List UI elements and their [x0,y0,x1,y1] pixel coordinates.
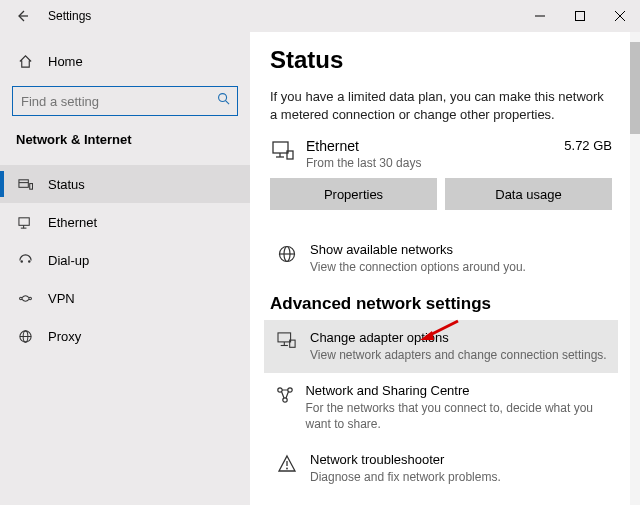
sidebar: Home Network & Internet Status Ethernet [0,32,250,505]
sidebar-item-dialup[interactable]: Dial-up [0,241,250,279]
sharing-icon [274,385,295,405]
sidebar-home-label: Home [48,54,83,69]
vpn-icon [16,292,34,305]
dialup-icon [16,253,34,268]
svg-rect-24 [278,332,291,341]
page-description: If you have a limited data plan, you can… [270,88,612,124]
advanced-heading: Advanced network settings [270,294,612,314]
sidebar-item-status[interactable]: Status [0,165,250,203]
item-sub: For the networks that you connect to, de… [305,400,608,432]
troubleshoot-icon [274,454,300,474]
sidebar-item-ethernet[interactable]: Ethernet [0,203,250,241]
sidebar-item-vpn[interactable]: VPN [0,279,250,317]
item-sub: View the connection options around you. [310,259,526,275]
item-title: Show available networks [310,242,526,257]
monitor-icon [270,141,296,161]
close-button[interactable] [600,0,640,32]
minimize-button[interactable] [520,0,560,32]
svg-point-10 [20,260,22,262]
sidebar-item-label: Status [48,177,85,192]
network-sharing-centre[interactable]: Network and Sharing Centre For the netwo… [270,373,612,442]
maximize-icon [575,11,585,21]
svg-rect-6 [29,183,32,189]
item-sub: Diagnose and fix network problems. [310,469,501,485]
svg-point-32 [286,468,288,470]
item-title: Network and Sharing Centre [305,383,608,398]
show-available-networks[interactable]: Show available networks View the connect… [270,232,612,285]
home-icon [16,54,34,69]
sidebar-item-label: VPN [48,291,75,306]
ethernet-data-size: 5.72 GB [564,138,612,153]
arrow-left-icon [15,9,29,23]
svg-rect-17 [273,142,288,153]
content-pane: Status If you have a limited data plan, … [250,32,640,505]
ethernet-icon [16,215,34,230]
item-title: Change adapter options [310,330,607,345]
sidebar-item-proxy[interactable]: Proxy [0,317,250,355]
svg-point-11 [28,260,30,262]
search-input[interactable] [12,86,238,116]
minimize-icon [535,11,545,21]
sidebar-group-heading: Network & Internet [0,128,250,155]
ethernet-sub: From the last 30 days [306,156,564,170]
adapter-icon [274,332,300,350]
properties-button[interactable]: Properties [270,178,437,210]
sidebar-item-label: Dial-up [48,253,89,268]
item-sub: View network adapters and change connect… [310,347,607,363]
change-adapter-options[interactable]: Change adapter options View network adap… [264,320,618,373]
scrollbar-track[interactable] [630,32,640,505]
ethernet-name: Ethernet [306,138,564,154]
scrollbar-thumb[interactable] [630,42,640,134]
item-title: Network troubleshooter [310,452,501,467]
globe-icon [274,244,300,264]
window-title: Settings [48,9,91,23]
proxy-icon [16,329,34,344]
data-usage-button[interactable]: Data usage [445,178,612,210]
svg-point-30 [283,398,287,402]
status-icon [16,177,34,192]
maximize-button[interactable] [560,0,600,32]
network-troubleshooter[interactable]: Network troubleshooter Diagnose and fix … [270,442,612,495]
sidebar-nav: Status Ethernet Dial-up VPN [0,165,250,355]
back-button[interactable] [0,0,44,32]
page-title: Status [270,46,612,74]
sidebar-item-label: Proxy [48,329,81,344]
svg-rect-1 [576,12,585,21]
ethernet-summary: Ethernet From the last 30 days 5.72 GB [270,138,612,170]
search-wrap [0,78,250,128]
svg-rect-4 [18,179,27,187]
close-icon [615,11,625,21]
svg-rect-7 [18,217,28,225]
sidebar-item-label: Ethernet [48,215,97,230]
svg-point-12 [19,297,22,300]
sidebar-item-home[interactable]: Home [0,44,250,78]
svg-point-13 [28,297,31,300]
window-controls [520,0,640,32]
titlebar: Settings [0,0,640,32]
